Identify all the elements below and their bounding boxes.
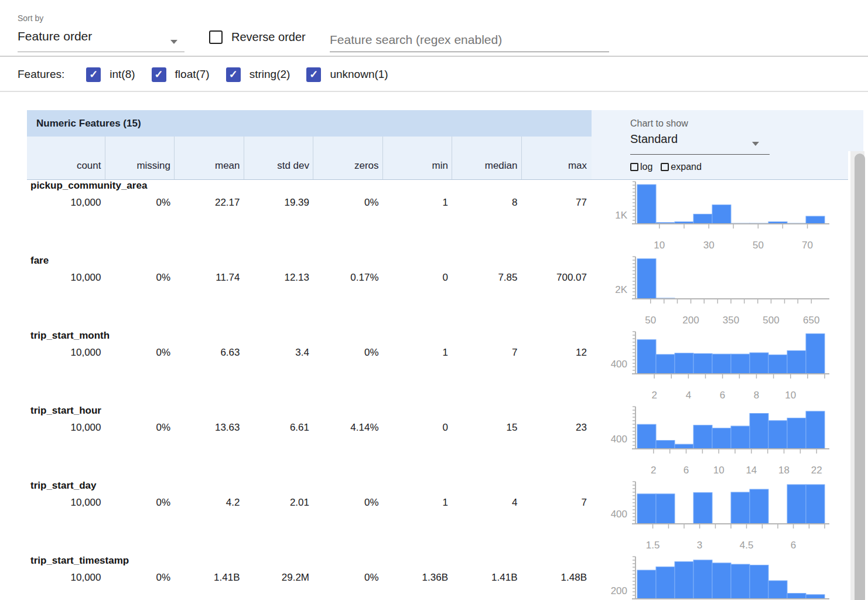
features-label: Features:	[18, 68, 64, 81]
scrollbar-area	[848, 151, 868, 600]
chevron-down-icon	[170, 40, 177, 44]
svg-text:3: 3	[697, 540, 702, 551]
numeric-features-header: Numeric Features (15)	[27, 110, 592, 137]
stat-mean: 1.41B	[174, 572, 244, 584]
feature-stats: 10,0000%22.1719.390%1877	[35, 197, 590, 209]
stat-missing: 0%	[105, 422, 175, 434]
svg-text:2: 2	[651, 390, 657, 401]
expand-checkbox[interactable]	[661, 163, 669, 171]
feature-row-trip_start_timestamp: trip_start_timestamp10,0000%1.41B29.2M0%…	[27, 555, 868, 600]
chart-type-select[interactable]: Standard	[630, 132, 770, 155]
checked-checkbox[interactable]: ✓	[152, 67, 166, 82]
stat-std-dev: 29.2M	[244, 572, 313, 584]
svg-text:6: 6	[720, 390, 725, 401]
stat-zeros: 0.17%	[313, 272, 382, 284]
column-header-row: countmissingmeanstd devzerosminmedianmax	[27, 137, 592, 180]
stat-min: 0	[382, 272, 452, 284]
svg-text:50: 50	[645, 315, 656, 326]
sort-by-select[interactable]: Feature order	[18, 29, 184, 52]
feature-name: fare	[30, 255, 49, 267]
chevron-down-icon	[752, 142, 759, 146]
svg-text:1K: 1K	[615, 210, 627, 221]
stat-std-dev: 3.4	[244, 347, 313, 359]
histogram-trip_start_day: 4001.534.56	[604, 480, 856, 555]
stat-count: 10,000	[35, 272, 105, 284]
feature-name: trip_start_hour	[30, 405, 101, 417]
stat-max: 12	[521, 347, 591, 359]
svg-text:10: 10	[654, 240, 665, 251]
histogram-container: 4001.534.56	[604, 480, 856, 555]
stat-count: 10,000	[35, 422, 105, 434]
svg-text:18: 18	[778, 465, 790, 476]
svg-text:10: 10	[785, 390, 796, 401]
feature-stats: 10,0000%4.22.010%147	[35, 497, 590, 509]
svg-text:200: 200	[611, 585, 627, 596]
stat-min: 1	[382, 497, 452, 509]
feature-name: trip_start_month	[30, 330, 110, 342]
stat-std-dev: 19.39	[244, 197, 313, 209]
stat-count: 10,000	[35, 572, 105, 584]
feature-row-trip_start_hour: trip_start_hour10,0000%13.636.614.14%015…	[27, 405, 868, 480]
feature-search-input[interactable]	[330, 28, 609, 52]
feature-row-trip_start_month: trip_start_month10,0000%6.633.40%1712400…	[27, 330, 868, 405]
feature-name: trip_start_day	[30, 480, 96, 492]
feature-type-filter: ✓string(2)	[226, 67, 291, 82]
checked-checkbox[interactable]: ✓	[226, 67, 241, 82]
svg-text:4: 4	[686, 390, 691, 401]
svg-text:400: 400	[611, 434, 627, 445]
stat-median: 8	[452, 197, 521, 209]
stat-max: 1.48B	[521, 572, 591, 584]
feature-type-label: float(7)	[175, 68, 210, 81]
histogram-trip_start_hour: 4002610141822	[604, 405, 856, 480]
stat-zeros: 4.14%	[313, 422, 382, 434]
stat-zeros: 0%	[313, 347, 382, 359]
column-header-min: min	[382, 137, 452, 179]
feature-type-label: unknown(1)	[330, 68, 388, 81]
histogram-container: 400246810	[604, 330, 856, 405]
chart-controls-panel: Chart to show Standard log expand	[592, 110, 863, 180]
feature-name: trip_start_timestamp	[30, 555, 129, 567]
log-checkbox[interactable]	[630, 163, 638, 171]
histogram-trip_start_timestamp: 200	[604, 555, 856, 600]
column-header-max: max	[521, 137, 591, 179]
feature-stats: 10,0000%11.7412.130.17%07.85700.07	[35, 272, 590, 284]
scrollbar-track[interactable]	[850, 151, 864, 600]
feature-filter-bar: Features: ✓int(8)✓float(7)✓string(2)✓unk…	[0, 58, 868, 92]
feature-stats: 10,0000%6.633.40%1712	[35, 347, 590, 359]
feature-type-filter: ✓unknown(1)	[306, 67, 388, 82]
histogram-trip_start_month: 400246810	[604, 330, 856, 405]
sort-by-label: Sort by	[18, 13, 43, 23]
reverse-order-checkbox[interactable]	[209, 30, 223, 44]
svg-text:2K: 2K	[615, 284, 627, 295]
column-header-count: count	[35, 137, 105, 179]
stat-std-dev: 12.13	[244, 272, 313, 284]
svg-text:8: 8	[754, 390, 759, 401]
stat-zeros: 0%	[313, 197, 382, 209]
svg-text:70: 70	[802, 240, 813, 251]
stat-mean: 6.63	[174, 347, 244, 359]
feature-type-label: int(8)	[110, 68, 135, 81]
histogram-container: 2K50200350500650	[604, 255, 856, 330]
svg-text:400: 400	[611, 509, 627, 520]
scrollbar-thumb[interactable]	[855, 154, 865, 600]
svg-text:30: 30	[703, 240, 715, 251]
stat-mean: 13.63	[174, 422, 244, 434]
histogram-fare: 2K50200350500650	[604, 255, 856, 330]
svg-text:400: 400	[611, 359, 627, 370]
log-label: log	[640, 162, 652, 172]
column-header-median: median	[452, 137, 521, 179]
stat-missing: 0%	[105, 497, 175, 509]
sort-by-value: Feature order	[18, 29, 92, 43]
feature-type-label: string(2)	[250, 68, 291, 81]
stat-median: 15	[452, 422, 521, 434]
numeric-features-table: Numeric Features (15) countmissingmeanst…	[27, 110, 868, 600]
checked-checkbox[interactable]: ✓	[306, 67, 321, 82]
svg-text:200: 200	[682, 315, 699, 326]
feature-stats: 10,0000%13.636.614.14%01523	[35, 422, 590, 434]
feature-row-pickup_community_area: pickup_community_area10,0000%22.1719.390…	[27, 180, 868, 255]
checked-checkbox[interactable]: ✓	[86, 67, 101, 82]
stat-missing: 0%	[105, 347, 175, 359]
svg-text:22: 22	[811, 465, 822, 476]
top-toolbar: Sort by Feature order Reverse order	[0, 0, 868, 57]
stat-mean: 22.17	[174, 197, 244, 209]
